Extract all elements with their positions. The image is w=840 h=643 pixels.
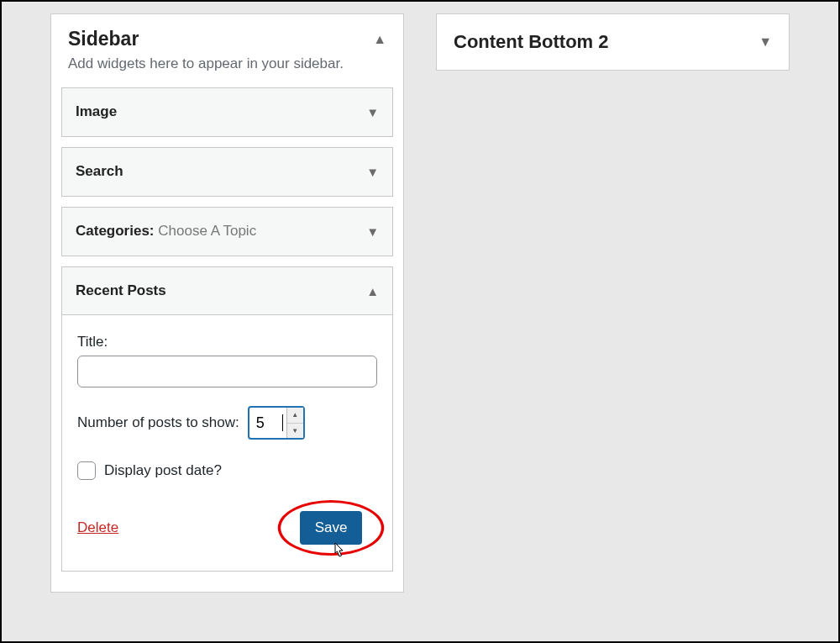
widget-panel-image: Image ▼	[61, 87, 393, 137]
sidebar-area-title: Sidebar	[68, 28, 139, 50]
title-input[interactable]	[77, 356, 377, 387]
num-spinner: ▲ ▼	[286, 408, 303, 438]
caret-up-icon: ▲	[366, 284, 379, 298]
spinner-up-icon[interactable]: ▲	[287, 408, 303, 424]
display-date-row: Display post date?	[77, 461, 377, 480]
delete-link[interactable]: Delete	[77, 519, 118, 536]
content-bottom-2-title: Content Bottom 2	[454, 31, 609, 53]
widget-panel-search: Search ▼	[61, 147, 393, 197]
cursor-pointer-icon	[331, 542, 346, 561]
widget-title-search: Search	[76, 163, 123, 180]
columns-wrap: Sidebar ▲ Add widgets here to appear in …	[2, 2, 838, 604]
sidebar-area-description: Add widgets here to appear in your sideb…	[51, 55, 403, 87]
caret-up-icon: ▲	[373, 32, 386, 47]
widget-list: Image ▼ Search ▼ Categories: Choose A	[51, 87, 403, 592]
num-posts-value: 5	[249, 408, 286, 438]
widget-title-image: Image	[76, 103, 117, 120]
caret-down-icon: ▼	[759, 34, 772, 50]
spinner-down-icon[interactable]: ▼	[287, 424, 303, 439]
caret-down-icon: ▼	[366, 105, 379, 119]
widget-header-search[interactable]: Search ▼	[62, 148, 392, 196]
save-button[interactable]: Save	[300, 511, 363, 545]
widget-actions-row: Delete Save	[77, 500, 377, 556]
title-field-label: Title:	[77, 334, 377, 350]
num-posts-row: Number of posts to show: 5 ▲ ▼	[77, 406, 377, 440]
widget-panel-recent-posts: Recent Posts ▲ Title: Number of posts to…	[61, 266, 393, 572]
app-frame: Sidebar ▲ Add widgets here to appear in …	[0, 0, 840, 643]
widget-panel-categories: Categories: Choose A Topic ▼	[61, 207, 393, 256]
caret-down-icon: ▼	[366, 224, 379, 239]
display-date-label: Display post date?	[104, 462, 222, 479]
num-posts-input[interactable]: 5 ▲ ▼	[248, 406, 305, 440]
widget-area-content-bottom-2: Content Bottom 2 ▼	[436, 13, 790, 71]
widget-area-sidebar: Sidebar ▲ Add widgets here to appear in …	[50, 13, 404, 593]
num-posts-label: Number of posts to show:	[77, 414, 239, 431]
display-date-checkbox[interactable]	[77, 461, 96, 480]
widget-title-recent-posts: Recent Posts	[76, 282, 166, 299]
title-field-row: Title:	[77, 334, 377, 387]
widget-header-categories[interactable]: Categories: Choose A Topic ▼	[62, 208, 392, 256]
widget-body-recent-posts: Title: Number of posts to show: 5 ▲ ▼	[62, 315, 392, 571]
categories-title-suffix: Choose A Topic	[155, 223, 257, 239]
widget-header-image[interactable]: Image ▼	[62, 88, 392, 136]
sidebar-area-header[interactable]: Sidebar ▲	[51, 14, 403, 55]
widget-header-recent-posts[interactable]: Recent Posts ▲	[62, 267, 392, 315]
widget-title-categories: Categories: Choose A Topic	[76, 223, 256, 240]
content-bottom-2-header[interactable]: Content Bottom 2 ▼	[437, 14, 789, 70]
save-highlight-area: Save	[285, 500, 377, 556]
categories-title-prefix: Categories:	[76, 223, 155, 239]
caret-down-icon: ▼	[366, 165, 379, 179]
